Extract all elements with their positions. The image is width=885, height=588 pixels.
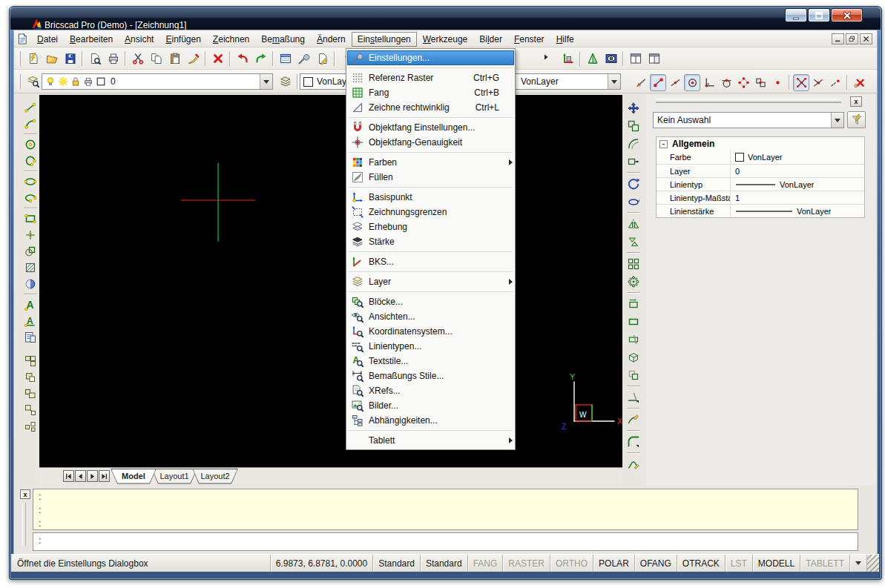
print-preview-button[interactable] bbox=[85, 49, 104, 67]
status-toggle-tablett-10[interactable]: TABLETT bbox=[800, 555, 850, 572]
property-value[interactable]: 1 bbox=[731, 194, 740, 202]
quick-select-button[interactable] bbox=[847, 111, 866, 128]
mod-offset-button[interactable] bbox=[624, 135, 642, 153]
draw-region-button[interactable] bbox=[21, 243, 39, 260]
command-input[interactable]: : bbox=[33, 532, 858, 551]
status-toggle-polar-5[interactable]: POLAR bbox=[593, 555, 635, 572]
menu-item-basispunkt[interactable]: Basispunkt bbox=[347, 190, 514, 205]
mod-explode-button[interactable] bbox=[624, 348, 642, 366]
menu-item-layer[interactable]: Layer bbox=[347, 274, 514, 289]
paste-button[interactable] bbox=[165, 49, 184, 67]
snap-tangent-button[interactable] bbox=[718, 74, 734, 91]
snap-endpoint-button[interactable] bbox=[650, 74, 666, 91]
menu-item-abhängigkeiten[interactable]: Abhängigkeiten... bbox=[347, 413, 514, 428]
mdi-restore-button[interactable] bbox=[846, 33, 858, 44]
command-close-button[interactable]: x bbox=[20, 489, 30, 499]
status-toggle-standard-1[interactable]: Standard bbox=[421, 555, 468, 572]
menu-item-ansichten[interactable]: Ansichten... bbox=[347, 309, 514, 324]
layer-combo-arrow[interactable] bbox=[260, 74, 272, 89]
menu-item-erhebung[interactable]: Erhebung bbox=[347, 219, 514, 234]
snap-extension-button[interactable] bbox=[827, 74, 843, 91]
menu-item-objektfang-genauigkeit[interactable]: Objektfang-Genauigkeit bbox=[347, 135, 514, 150]
block-insert-button[interactable] bbox=[21, 369, 39, 386]
block-create-button[interactable] bbox=[21, 353, 39, 369]
command-grip[interactable] bbox=[22, 503, 26, 546]
mod-boundary-button[interactable] bbox=[624, 295, 642, 313]
draw-circle-arc-button[interactable] bbox=[21, 153, 39, 169]
property-value[interactable]: VonLayer bbox=[731, 153, 782, 162]
draw-hatch-button[interactable] bbox=[21, 260, 39, 276]
menu-item-objektfang-einstellungen[interactable]: Objektfang Einstellungen... bbox=[347, 120, 514, 135]
ucs-button[interactable] bbox=[559, 49, 577, 67]
erase-button[interactable] bbox=[208, 49, 227, 67]
property-value[interactable]: VonLayer bbox=[731, 207, 831, 216]
snap-nearest-button[interactable] bbox=[633, 74, 649, 91]
collapse-icon[interactable]: - bbox=[659, 140, 668, 148]
command-history[interactable]: ::: bbox=[33, 489, 858, 530]
mdi-document-icon[interactable] bbox=[17, 33, 28, 44]
menu-datei[interactable]: Datei bbox=[31, 32, 64, 47]
property-row-farbe[interactable]: FarbeVonLayer bbox=[657, 151, 864, 164]
flyout-button[interactable] bbox=[540, 49, 559, 67]
drawing-explorer-button[interactable] bbox=[313, 49, 332, 67]
freeze-icon[interactable] bbox=[58, 76, 68, 87]
menu-item-referenz-raster[interactable]: Referenz RasterCtrl+G bbox=[347, 70, 514, 85]
draw-line-button[interactable] bbox=[21, 99, 39, 116]
menu-item-xrefs[interactable]: XRefs... bbox=[347, 383, 514, 398]
drawing-canvas[interactable]: Y X Z W bbox=[39, 95, 622, 467]
mod-sketch-button[interactable] bbox=[624, 411, 642, 429]
mdi-close-button[interactable] bbox=[860, 33, 872, 44]
menu-hilfe[interactable]: Hilfe bbox=[550, 32, 580, 47]
lock-icon[interactable] bbox=[70, 76, 81, 87]
draw-circle-button[interactable] bbox=[21, 136, 39, 153]
mod-rotate-3d-button[interactable] bbox=[624, 193, 642, 211]
property-value[interactable]: VonLayer bbox=[731, 180, 814, 189]
menu-item-textstile[interactable]: ATextstile... bbox=[347, 354, 514, 369]
snap-node-button[interactable] bbox=[769, 74, 786, 91]
properties-button[interactable] bbox=[276, 49, 295, 67]
menu-ansicht[interactable]: Ansicht bbox=[119, 32, 159, 47]
panel-close-button[interactable]: x bbox=[850, 96, 862, 107]
menu-einfügen[interactable]: Einfügen bbox=[159, 32, 206, 47]
menu-ändern[interactable]: Ändern bbox=[311, 32, 352, 47]
mod-trim-button[interactable] bbox=[624, 389, 642, 406]
toolbar-grip[interactable] bbox=[18, 51, 21, 66]
snap-perpendicular-button[interactable] bbox=[701, 74, 717, 91]
menu-item-bks[interactable]: BKS... bbox=[347, 254, 514, 269]
menu-item-farben[interactable]: Farben bbox=[347, 155, 514, 170]
layer-combobox[interactable]: 0 bbox=[42, 73, 273, 90]
menu-einstellungen[interactable]: Einstellungen bbox=[352, 32, 417, 47]
match-brush-button[interactable] bbox=[184, 49, 203, 67]
close-button[interactable] bbox=[831, 8, 863, 22]
mod-move-button[interactable] bbox=[624, 99, 642, 117]
selection-combobox[interactable]: Kein Auswahl bbox=[653, 112, 844, 128]
mod-copy-nested-button[interactable] bbox=[624, 366, 642, 384]
selection-combo-arrow[interactable] bbox=[831, 113, 843, 128]
cut-button[interactable] bbox=[128, 49, 147, 67]
maximize-button[interactable] bbox=[808, 8, 830, 22]
view-3d-button[interactable] bbox=[583, 49, 602, 67]
tab-layout1[interactable]: Layout1 bbox=[151, 469, 197, 484]
redo-button[interactable] bbox=[251, 49, 270, 67]
draw-text-aligned-button[interactable]: A bbox=[21, 313, 39, 329]
render-eye-button[interactable] bbox=[602, 49, 620, 67]
tab-layout2[interactable]: Layout2 bbox=[192, 469, 238, 484]
draw-rectangle-button[interactable] bbox=[21, 211, 39, 227]
tab-nav-prev-button[interactable] bbox=[75, 470, 86, 482]
draw-ellipse-arc-button[interactable] bbox=[21, 190, 39, 206]
mod-copy-button[interactable] bbox=[624, 117, 642, 135]
tab-nav-last-button[interactable] bbox=[99, 470, 110, 482]
bulb-icon[interactable] bbox=[45, 76, 56, 87]
mod-rectangle-button[interactable] bbox=[624, 313, 642, 331]
block-explode-button[interactable] bbox=[21, 418, 39, 435]
property-row-linienstärke[interactable]: LinienstärkeVonLayer bbox=[657, 204, 864, 217]
menu-bearbeiten[interactable]: Bearbeiten bbox=[64, 32, 119, 47]
status-toggle-otrack-7[interactable]: OTRACK bbox=[677, 555, 726, 572]
mod-rotate-button[interactable] bbox=[624, 175, 642, 193]
status-toggle-modell-9[interactable]: MODELL bbox=[753, 555, 800, 572]
tab-model[interactable]: Model bbox=[111, 469, 157, 484]
status-toggle-raster-3[interactable]: RASTER bbox=[503, 555, 550, 572]
layer-explorer-button[interactable] bbox=[24, 72, 42, 90]
resize-grip[interactable] bbox=[867, 555, 879, 572]
titlebar[interactable]: Bricscad Pro (Demo) - [Zeichnung1] bbox=[10, 7, 881, 30]
